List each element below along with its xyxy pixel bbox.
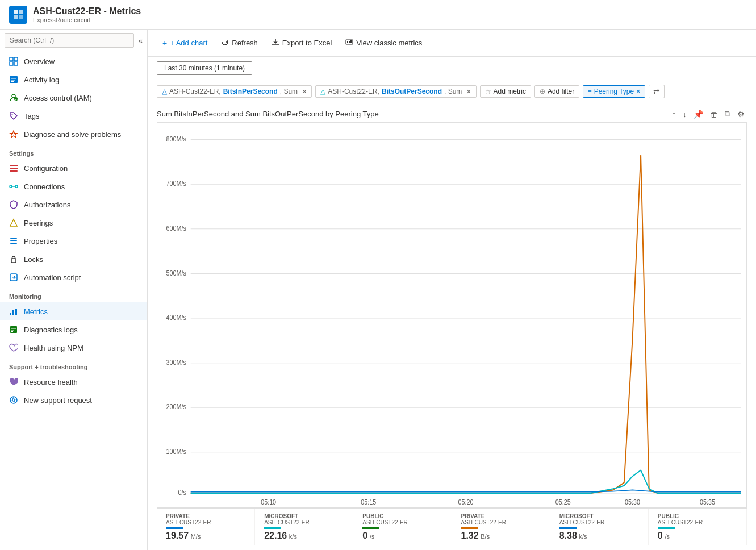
sidebar-item-health-npm[interactable]: Health using NPM [0,339,147,357]
connections-icon [9,182,18,191]
legend-type-2: PUBLIC [362,513,442,519]
sidebar-label-activity-log: Activity log [24,76,59,84]
swap-chart-button[interactable]: ⇄ [649,85,665,98]
sidebar-item-locks[interactable]: Locks [0,250,147,268]
bits-in-icon: △ [162,88,167,95]
time-filter-bar: Last 30 minutes (1 minute) [148,57,756,80]
sidebar-label-new-support: New support request [24,396,92,405]
classic-metrics-button[interactable]: View classic metrics [340,35,428,51]
svg-rect-17 [10,168,18,169]
chart-area: 800M/s 700M/s 600M/s 500M/s 400M/s 300M/… [157,122,747,508]
legend-item-0: PRIVATE ASH-CUST22-ER 19.57 M/s [157,509,255,545]
svg-text:600M/s: 600M/s [166,224,187,232]
svg-rect-24 [10,240,17,241]
sidebar-label-health-npm: Health using NPM [24,344,83,352]
peering-type-filter[interactable]: ≡ Peering Type × [583,85,645,98]
move-up-button[interactable]: ↑ [670,108,678,120]
legend-item-2: PUBLIC ASH-CUST22-ER 0 /s [353,509,452,545]
sidebar-item-new-support[interactable]: New support request [0,391,147,409]
classic-label: View classic metrics [356,39,422,47]
export-icon [272,38,279,48]
search-input[interactable] [5,33,134,48]
legend-sub-5: ASH-CUST22-ER [658,519,737,526]
legend-color-1 [264,527,281,529]
legend-value-4: 8.38 k/s [559,531,639,541]
sidebar-item-tags[interactable]: Tags [0,107,147,125]
svg-rect-7 [14,62,18,65]
svg-rect-9 [11,78,16,79]
sidebar-item-automation[interactable]: Automation script [0,268,147,286]
sidebar-item-resource-health[interactable]: Resource health [0,373,147,391]
sidebar-item-connections[interactable]: Connections [0,177,147,195]
support-icon [9,395,18,405]
add-metric-button[interactable]: ☆ Add metric [480,85,531,98]
sidebar-label-metrics: Metrics [24,307,48,316]
metric2-name: BitsOutPerSecond [382,88,442,95]
sidebar-item-metrics[interactable]: Metrics [0,302,147,320]
metric2-agg: , Sum [444,88,462,95]
svg-text:0/s: 0/s [178,489,187,497]
svg-rect-26 [11,259,16,262]
refresh-label: Refresh [232,39,258,47]
export-label: Export to Excel [282,39,332,47]
peering-type-label: Peering Type [594,88,634,95]
svg-text:05:15: 05:15 [361,498,376,506]
health-icon [9,343,18,352]
sidebar-collapse-btn[interactable]: « [139,36,143,45]
svg-rect-23 [10,238,17,239]
legend-type-0: PRIVATE [166,513,245,519]
sidebar-item-iam[interactable]: + Access control (IAM) [0,89,147,107]
metric2-close-button[interactable]: × [466,88,471,95]
iam-icon: + [9,93,18,102]
svg-marker-22 [10,219,17,226]
svg-rect-1 [19,10,23,14]
svg-text:200M/s: 200M/s [166,403,187,411]
time-filter-button[interactable]: Last 30 minutes (1 minute) [157,61,252,75]
sidebar-item-properties[interactable]: Properties [0,232,147,250]
svg-text:05:25: 05:25 [555,498,571,506]
sidebar-label-diaglogs: Diagnostics logs [24,326,78,334]
svg-text:+: + [15,98,17,101]
legend-color-5 [658,527,675,529]
legend-item-5: PUBLIC ASH-CUST22-ER 0 /s [649,509,747,545]
export-button[interactable]: Export to Excel [266,35,337,51]
sidebar-item-configuration[interactable]: Configuration [0,159,147,177]
copy-button[interactable]: ⧉ [722,108,733,120]
svg-rect-44 [350,40,352,43]
svg-rect-30 [15,309,17,315]
move-down-button[interactable]: ↓ [680,108,689,120]
app-header: ASH-Cust22-ER - Metrics ExpressRoute cir… [0,0,756,30]
refresh-icon [221,38,229,48]
page-subtitle: ExpressRoute circuit [33,16,141,23]
app-logo [9,6,27,24]
svg-point-20 [15,185,18,188]
svg-rect-5 [14,57,18,61]
sidebar-item-diaglogs[interactable]: Diagnostics logs [0,320,147,339]
legend-type-5: PUBLIC [658,513,737,519]
peering-type-close-button[interactable]: × [636,88,640,95]
pin-button[interactable]: 📌 [691,108,705,120]
metric1-prefix: ASH-Cust22-ER, [169,88,221,95]
svg-rect-2 [14,15,18,19]
settings-button[interactable]: ⚙ [735,108,747,120]
add-filter-icon: ⊕ [540,88,545,95]
sidebar-item-overview[interactable]: Overview [0,52,147,70]
sidebar-item-authorizations[interactable]: Authorizations [0,195,147,214]
resourcehealth-icon [9,377,18,386]
sidebar-item-peerings[interactable]: Peerings [0,214,147,232]
legend-color-4 [559,527,577,529]
svg-point-35 [10,397,17,403]
sidebar-section-monitoring: Monitoring [0,286,147,302]
svg-rect-25 [10,243,17,244]
svg-rect-18 [10,170,18,172]
add-filter-button[interactable]: ⊕ Add filter [534,85,579,98]
sidebar-label-iam: Access control (IAM) [24,94,92,102]
sidebar-label-properties: Properties [24,237,57,245]
add-chart-button[interactable]: + + Add chart [157,36,213,51]
metric1-close-button[interactable]: × [302,88,307,95]
sidebar-item-activity-log[interactable]: Activity log [0,70,147,89]
delete-button[interactable]: 🗑 [708,108,720,120]
refresh-button[interactable]: Refresh [215,35,264,51]
legend-bar: PRIVATE ASH-CUST22-ER 19.57 M/s MICROSOF… [157,508,747,545]
sidebar-item-diagnose[interactable]: Diagnose and solve problems [0,125,147,143]
